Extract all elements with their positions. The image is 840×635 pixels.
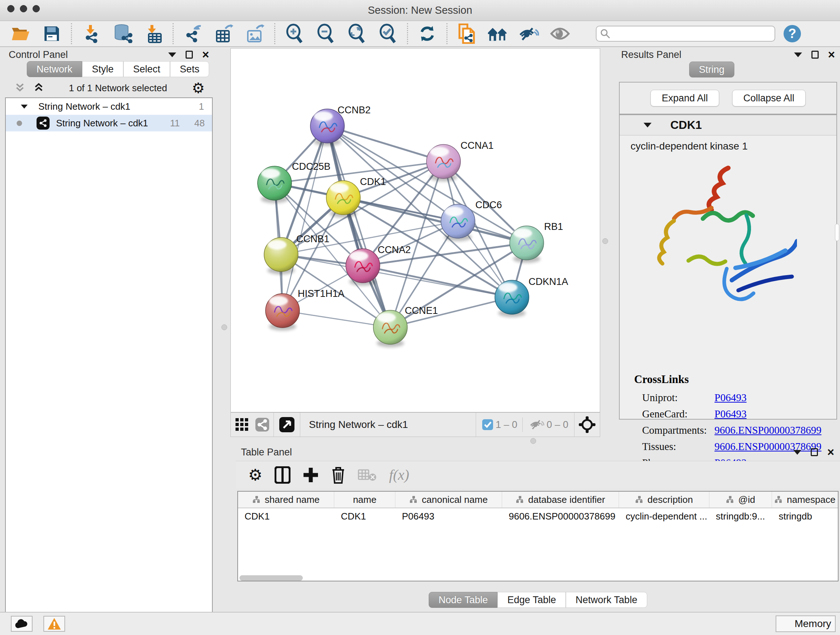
network-selection-bar: 1 of 1 Network selected ⚙ xyxy=(4,79,214,97)
edge-CCNB2-CCNA1[interactable] xyxy=(327,126,444,162)
import-network-icon[interactable] xyxy=(81,24,102,44)
open-session-icon[interactable] xyxy=(10,24,31,44)
delete-column-icon[interactable] xyxy=(331,466,346,484)
zoom-fit-icon[interactable] xyxy=(346,24,367,44)
edge-CCNB2-RB1[interactable] xyxy=(327,126,527,243)
cell-description[interactable]: cyclin-dependent ... xyxy=(619,508,709,524)
export-image-icon[interactable] xyxy=(245,24,265,44)
clone-network-icon[interactable] xyxy=(456,24,477,44)
zoom-in-icon[interactable] xyxy=(284,24,305,44)
results-actions: Expand All Collapse All xyxy=(619,82,837,114)
birdseye-view-icon[interactable] xyxy=(278,415,296,435)
expand-all-networks-icon[interactable] xyxy=(33,82,44,93)
show-all-icon[interactable] xyxy=(549,24,570,44)
collapse-all-networks-icon[interactable] xyxy=(14,82,25,93)
cell-name[interactable]: CDK1 xyxy=(334,508,395,524)
refresh-icon[interactable] xyxy=(417,24,438,44)
crosslink-link[interactable]: P06493 xyxy=(714,392,747,404)
float-panel-icon[interactable] xyxy=(186,51,193,59)
tab-edge-table[interactable]: Edge Table xyxy=(497,592,566,608)
help-icon[interactable]: ? xyxy=(782,24,803,44)
cell--id[interactable]: stringdb:9... xyxy=(709,508,772,524)
close-panel-icon[interactable]: × xyxy=(202,51,209,59)
column-header-canonical-name[interactable]: canonical name xyxy=(395,492,502,508)
tab-node-table[interactable]: Node Table xyxy=(429,592,497,608)
bottom-splitter-handle[interactable] xyxy=(531,438,536,444)
table-hscrollbar-thumb[interactable] xyxy=(240,575,303,581)
table-options-gear-icon[interactable]: ⚙ xyxy=(248,466,262,484)
network-row[interactable]: String Network – cdk1 11 48 xyxy=(6,115,212,131)
close-panel-icon[interactable]: × xyxy=(828,51,835,59)
hide-selected-icon[interactable] xyxy=(518,24,539,44)
cell-namespace[interactable]: stringdb xyxy=(772,508,838,524)
save-session-icon[interactable] xyxy=(41,24,62,44)
protein-card-header[interactable]: CDK1 xyxy=(620,115,836,135)
panel-menu-icon[interactable] xyxy=(793,450,801,455)
export-network-icon[interactable] xyxy=(182,24,203,44)
panel-menu-icon[interactable] xyxy=(794,52,802,57)
column-label: name xyxy=(353,494,377,505)
collection-expander-icon[interactable] xyxy=(21,104,28,108)
edge-CCNA2-CDKN1A[interactable] xyxy=(363,266,512,297)
node-label-CCNB1: CCNB1 xyxy=(296,233,330,244)
warning-button[interactable] xyxy=(43,616,65,632)
protein-expander-icon[interactable] xyxy=(644,123,652,127)
column-header-description[interactable]: description xyxy=(619,492,709,508)
panel-menu-icon[interactable] xyxy=(168,52,176,57)
minimize-window-button[interactable] xyxy=(20,5,27,12)
svg-text:?: ? xyxy=(788,26,796,41)
search-field[interactable] xyxy=(596,26,775,42)
network-options-gear-icon[interactable]: ⚙ xyxy=(192,82,205,93)
results-scrollbar-thumb[interactable] xyxy=(835,224,839,241)
float-panel-icon[interactable] xyxy=(812,51,819,59)
column-header--id[interactable]: @id xyxy=(709,492,772,508)
tab-select[interactable]: Select xyxy=(123,61,170,77)
column-header-database-identifier[interactable]: database identifier xyxy=(502,492,619,508)
export-table-icon[interactable] xyxy=(213,24,234,44)
network-graph[interactable]: CCNB2CDC25BCDK1CCNA1CDC6RB1CCNB1CCNA2HIS… xyxy=(231,49,600,412)
close-window-button[interactable] xyxy=(7,5,14,12)
right-splitter-handle[interactable] xyxy=(602,238,608,244)
tab-network-table[interactable]: Network Table xyxy=(566,592,647,608)
node-label-CCNE1: CCNE1 xyxy=(405,305,438,316)
collection-count: 1 xyxy=(199,101,204,112)
column-header-name[interactable]: name xyxy=(334,492,395,508)
add-column-icon[interactable] xyxy=(303,467,319,483)
zoom-window-button[interactable] xyxy=(33,5,40,12)
selected-checkbox-icon[interactable] xyxy=(481,415,494,435)
zoom-selected-icon[interactable] xyxy=(377,24,398,44)
zoom-out-icon[interactable] xyxy=(315,24,336,44)
crosslink-link[interactable]: P06493 xyxy=(714,408,747,420)
shared-column-icon xyxy=(253,496,261,504)
network-view-mode-icon[interactable] xyxy=(254,415,271,435)
tab-style[interactable]: Style xyxy=(82,61,123,77)
column-header-namespace[interactable]: namespace xyxy=(772,492,838,508)
cell-canonical-name[interactable]: P06493 xyxy=(395,508,502,524)
grid-view-icon[interactable] xyxy=(234,415,250,435)
expand-all-button[interactable]: Expand All xyxy=(651,90,719,106)
network-view-canvas[interactable]: CCNB2CDC25BCDK1CCNA1CDC6RB1CCNB1CCNA2HIS… xyxy=(231,48,600,412)
table-row[interactable]: CDK1CDK1P064939606.ENSP00000378699cyclin… xyxy=(238,508,838,524)
column-header-shared-name[interactable]: shared name xyxy=(238,492,334,508)
tab-network[interactable]: Network xyxy=(27,61,82,77)
close-panel-icon[interactable]: × xyxy=(827,448,834,456)
import-network-from-database-icon[interactable] xyxy=(112,24,133,44)
import-table-icon[interactable] xyxy=(143,24,164,44)
memory-button[interactable]: Memory xyxy=(775,616,836,632)
network-icon xyxy=(36,117,50,130)
show-columns-icon[interactable] xyxy=(275,466,291,484)
float-panel-icon[interactable] xyxy=(811,448,818,456)
crosslink-link[interactable]: 9606.ENSP00000378699 xyxy=(714,424,821,436)
cell-database-identifier[interactable]: 9606.ENSP00000378699 xyxy=(502,508,619,524)
left-splitter-handle[interactable] xyxy=(221,325,227,330)
cell-shared-name[interactable]: CDK1 xyxy=(238,508,334,524)
first-neighbors-icon[interactable] xyxy=(487,24,508,44)
cloud-status-button[interactable] xyxy=(11,616,33,632)
collapse-all-button[interactable]: Collapse All xyxy=(732,90,806,106)
node-label-CCNA1: CCNA1 xyxy=(461,140,494,151)
locate-crosshair-icon[interactable] xyxy=(576,415,598,435)
search-input[interactable] xyxy=(613,27,771,40)
tab-sets[interactable]: Sets xyxy=(170,61,209,77)
network-collection-row[interactable]: String Network – cdk1 1 xyxy=(6,98,212,115)
tab-string[interactable]: String xyxy=(689,62,734,78)
